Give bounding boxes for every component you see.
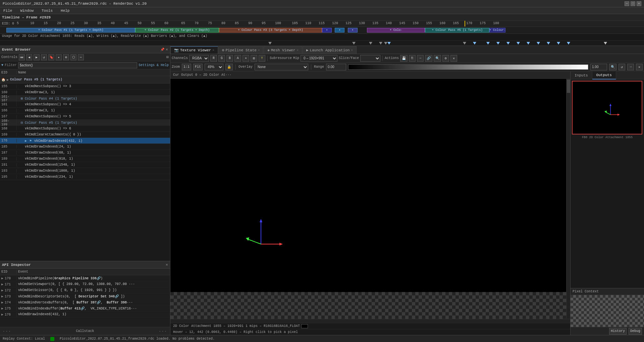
settings-help-link[interactable]: Settings & Help xyxy=(139,63,169,67)
launch-app-close[interactable]: ✕ xyxy=(351,48,353,52)
channels-select[interactable]: RGBA xyxy=(189,55,209,62)
tree-row-168[interactable]: 168 vkCmdNextSubpass() => 6 xyxy=(0,126,170,132)
pass-3[interactable]: + Colour Pass #3 (3 Targets + Depth) xyxy=(219,28,322,33)
pass-dot3[interactable]: ▪ xyxy=(348,28,358,33)
tree-row-101[interactable]: 101 vkCmdNextSubpass() => 4 xyxy=(0,102,170,108)
api-row-171[interactable]: ▶171 vkCmdSetViewport(0, [ { 289.00, 72.… xyxy=(0,281,170,287)
range-reset-button[interactable]: ↺ xyxy=(619,64,625,70)
menu-file[interactable]: File xyxy=(1,8,14,13)
api-row-173[interactable]: ▶173 vkCmdBindDescriptorSets(0, [ Descri… xyxy=(0,293,170,299)
menu-help[interactable]: Help xyxy=(59,8,71,13)
pass-5-colo[interactable]: + Colo· xyxy=(367,28,425,33)
zoom-lock-button[interactable]: 🔒 xyxy=(225,64,233,70)
action-btn4[interactable]: 🔗 xyxy=(425,55,432,62)
texture-viewer-close[interactable]: ✕ xyxy=(212,48,214,52)
tab-launch-application[interactable]: ▶ Launch Application ✕ xyxy=(303,46,357,54)
ctrl-play-button[interactable]: ▶ xyxy=(34,54,40,60)
ctrl-stars-button[interactable]: ✦ xyxy=(56,54,62,60)
copy-button[interactable]: ⎘ xyxy=(409,55,416,62)
api-row-174[interactable]: ▶174 vkCmdBindVertexBuffers(0, [ Buffer … xyxy=(0,299,170,305)
linear-button[interactable]: ⊞ xyxy=(251,55,257,62)
menu-tools[interactable]: Tools xyxy=(40,8,55,13)
texture-canvas-area[interactable] xyxy=(170,79,570,319)
ctrl-export-button[interactable]: ⬡ xyxy=(70,54,76,60)
event-browser-pin-icon[interactable]: 📌 xyxy=(160,48,164,52)
range-min-input[interactable] xyxy=(326,64,346,70)
tab-mesh-viewer[interactable]: ◈ Mesh Viewer ✕ xyxy=(264,46,302,54)
pass-2[interactable]: + Colour Pass #2 (1 Targets + Depth) xyxy=(135,28,219,33)
zoom-1-1-button[interactable]: 1:1 xyxy=(182,64,191,70)
tree-row-169[interactable]: 169 vkCmdClearAttachments({ 0 }) xyxy=(0,132,170,138)
api-table[interactable]: EID Event ▶170 vkCmdBindPipeline(Graphic… xyxy=(0,269,170,327)
channel-b-button[interactable]: B xyxy=(226,55,233,62)
horizontal-scrollbar[interactable] xyxy=(170,319,570,323)
pass-last[interactable]: + Colour· xyxy=(489,28,505,33)
ctrl-back-button[interactable]: ◀ xyxy=(26,54,32,60)
tree-row-167[interactable]: 167 vkCmdNextSubpass() => 5 xyxy=(0,114,170,120)
channel-g-button[interactable]: G xyxy=(218,55,225,62)
ctrl-refresh-button[interactable]: ↺ xyxy=(41,54,47,60)
tab-texture-viewer[interactable]: 📷 Texture Viewer ✕ xyxy=(170,46,218,54)
overlay-select[interactable]: None Highlight Drawcall Wireframe Mesh D… xyxy=(255,64,308,70)
api-row-176-api[interactable]: ▶176 vkCmdDrawIndexed(432, 1) xyxy=(0,311,170,318)
tree-row-191[interactable]: 191 vkCmdDrawIndexed(1548, 1) xyxy=(0,162,170,168)
range-zoom-button[interactable]: 🔍 xyxy=(609,64,616,70)
mesh-viewer-close[interactable]: ✕ xyxy=(297,48,299,52)
scroll-thumb[interactable] xyxy=(567,79,570,93)
tree-row-193[interactable]: 193 vkCmdDrawIndexed(1860, 1) xyxy=(0,168,170,174)
pipeline-state-close[interactable]: ✕ xyxy=(258,48,260,52)
pass-4-dot[interactable]: ▪ xyxy=(322,28,332,33)
ctrl-rewind-button[interactable]: ⏮ xyxy=(19,54,25,60)
output-thumbnail[interactable] xyxy=(572,81,642,134)
channel-a-button[interactable]: A xyxy=(234,55,241,62)
range-close-button[interactable]: ✕ xyxy=(636,64,643,70)
action-btn5[interactable]: 🔍 xyxy=(434,55,441,62)
action-btn7[interactable]: ✕ xyxy=(450,55,457,62)
ctrl-bookmark-button[interactable]: 🔖 xyxy=(48,54,54,60)
tab-outputs[interactable]: Outputs xyxy=(592,71,616,79)
api-row-175[interactable]: ▶175 vkCmdBindIndexBuffer(Buffer 413🔗, V… xyxy=(0,305,170,311)
filter-input[interactable] xyxy=(18,62,137,68)
tree-row-195[interactable]: 195 vkCmdDrawIndexed(234, 1) xyxy=(0,174,170,180)
y-button[interactable]: Y xyxy=(259,55,265,62)
range-max-input[interactable] xyxy=(590,64,607,70)
range-arrow-button[interactable]: → xyxy=(627,64,634,70)
tab-pipeline-state[interactable]: ⚙ Pipeline State ✕ xyxy=(218,46,263,54)
pass-dot2[interactable]: ▪ xyxy=(335,28,344,33)
tree-row-168-199[interactable]: 168-199 ⊟ Colour Pass #5 (1 Targets) xyxy=(0,120,170,126)
menu-window[interactable]: Window xyxy=(18,8,36,13)
tree-row-187[interactable]: 187 vkCmdDrawIndexed(60, 1) xyxy=(0,150,170,156)
tree-row-160[interactable]: 160 vkCmdDraw(3, 1) xyxy=(0,90,170,96)
api-row-170[interactable]: ▶170 vkCmdBindPipeline(Graphics Pipeline… xyxy=(0,275,170,281)
action-btn6[interactable]: ⚙ xyxy=(442,55,449,62)
api-inspector-close-button[interactable]: ✕ xyxy=(166,262,168,267)
home-icon[interactable]: 🏠 xyxy=(1,78,5,82)
minimize-button[interactable]: ─ xyxy=(625,1,629,6)
zoom-percent-select[interactable]: 49% 25% 50% 100% xyxy=(205,64,223,70)
pass-5-main[interactable]: + Colour Pass #5 (1 Targets) xyxy=(425,28,489,33)
api-dots-right[interactable]: ··· xyxy=(159,329,167,333)
fit-button[interactable]: Fit xyxy=(193,64,203,70)
expand-panel-button[interactable]: ⊞ xyxy=(166,55,169,60)
close-button[interactable]: ✕ xyxy=(637,1,641,6)
channel-r-button[interactable]: R xyxy=(210,55,217,62)
ctrl-more-button[interactable]: ⋯ xyxy=(78,54,84,60)
hdr-button[interactable]: ☀ xyxy=(243,55,249,62)
slice-face-select[interactable] xyxy=(360,55,380,62)
eid-ruler[interactable]: EID: 0 5 10 15 20 25 30 35 40 45 50 55 6… xyxy=(0,21,644,27)
tree-row-185[interactable]: 185 vkCmdDrawIndexed(24, 1) xyxy=(0,144,170,150)
debug-button[interactable]: Debug xyxy=(629,328,642,335)
api-row-172[interactable]: ▶172 vkCmdSetScissor(0, { { 0, 0 }, { 19… xyxy=(0,287,170,293)
history-button[interactable]: History xyxy=(609,328,627,335)
tree-row-161-167[interactable]: 161-167 ⊞ Colour Pass #4 (1 Targets) xyxy=(0,96,170,102)
event-browser-close-button[interactable]: ✕ xyxy=(166,47,168,52)
goto-button[interactable]: → xyxy=(417,55,424,62)
vertical-scrollbar[interactable] xyxy=(566,79,570,319)
api-dots-left[interactable]: ··· xyxy=(3,329,11,333)
maximize-button[interactable]: □ xyxy=(631,1,635,6)
save-texture-button[interactable]: 💾 xyxy=(400,55,408,62)
mip-select[interactable]: 0 – 1920×991 xyxy=(301,55,337,62)
tree-row-189[interactable]: 189 vkCmdDrawIndexed(918, 1) xyxy=(0,156,170,162)
tree-row-166[interactable]: 166 vkCmdDraw(3, 1) xyxy=(0,108,170,114)
tree-row-155[interactable]: 155 vkCmdNextSubpass() => 3 xyxy=(0,83,170,90)
